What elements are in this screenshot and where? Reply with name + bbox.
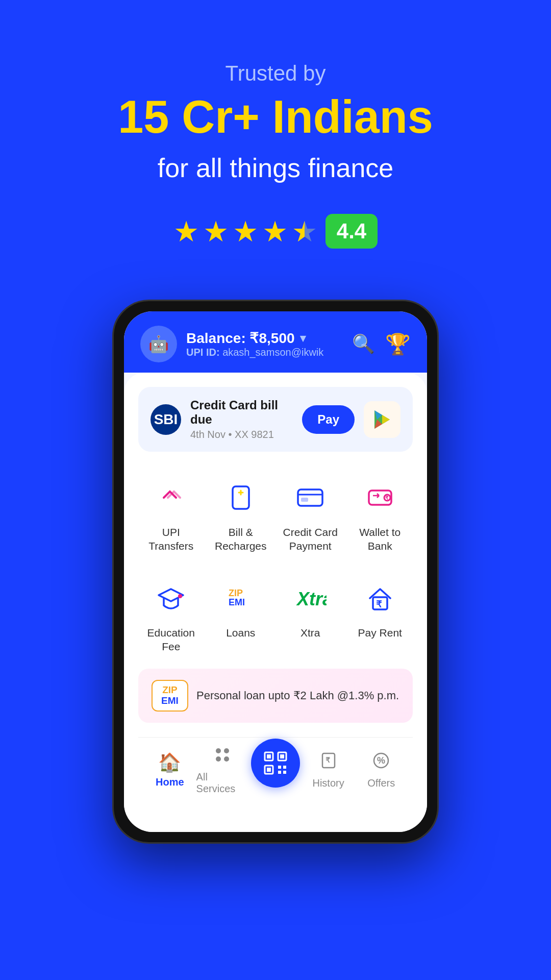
svg-rect-34: [278, 771, 281, 774]
balance-dropdown-arrow[interactable]: ▾: [300, 332, 306, 345]
svg-rect-27: [267, 754, 271, 758]
header-actions: 🔍 🏆: [352, 332, 411, 356]
service-xtra[interactable]: Xtra Xtra: [278, 568, 343, 664]
nav-history-label: History: [312, 777, 344, 789]
hero-headline: 15 Cr+ Indians: [31, 92, 520, 142]
bill-title: Credit Card bill due: [190, 398, 293, 427]
credit-card-icon: [290, 477, 331, 518]
bill-recharges-label: Bill & Recharges: [213, 525, 269, 553]
service-bill-recharges[interactable]: Bill & Recharges: [208, 467, 274, 564]
phone-header: 🤖 Balance: ₹8,500 ▾ UPI ID: akash_samson…: [124, 311, 427, 373]
phone-inner: 🤖 Balance: ₹8,500 ▾ UPI ID: akash_samson…: [124, 311, 427, 832]
svg-rect-35: [283, 771, 286, 774]
svg-text:%: %: [377, 755, 385, 766]
offers-icon: %: [372, 751, 390, 774]
hero-subtitle: for all things finance: [31, 153, 520, 183]
svg-rect-33: [283, 766, 286, 769]
zip-emi-badge: ZIP EMI: [152, 680, 188, 712]
svg-text:₹: ₹: [325, 756, 330, 764]
svg-text:Xtra: Xtra: [296, 589, 327, 609]
hero-section: Trusted by 15 Cr+ Indians for all things…: [0, 0, 551, 279]
bill-details: Credit Card bill due 4th Nov • XX 9821: [190, 398, 293, 440]
upi-id-value: akash_samson@ikwik: [222, 347, 323, 358]
trusted-by-text: Trusted by: [31, 61, 520, 86]
upi-id-row: UPI ID: akash_samson@ikwik: [186, 347, 323, 358]
svg-text:EMI: EMI: [229, 597, 245, 607]
svg-point-23: [224, 748, 229, 753]
xtra-icon: Xtra: [290, 578, 331, 619]
balance-row[interactable]: Balance: ₹8,500 ▾: [186, 330, 323, 347]
search-icon[interactable]: 🔍: [352, 333, 375, 355]
pay-rent-icon: ₹: [360, 578, 400, 619]
phone-mockup: 🤖 Balance: ₹8,500 ▾ UPI ID: akash_samson…: [112, 300, 439, 844]
trophy-icon[interactable]: 🏆: [385, 332, 411, 356]
star-3: ★: [233, 215, 258, 248]
svg-point-22: [216, 748, 221, 753]
bottom-navigation: 🏠 Home All Services: [138, 737, 413, 807]
bill-subtitle: 4th Nov • XX 9821: [190, 429, 293, 440]
nav-home[interactable]: 🏠 Home: [143, 752, 196, 788]
svg-rect-29: [280, 754, 284, 758]
svg-text:ZIP: ZIP: [229, 588, 243, 598]
bill-notice: SBI Credit Card bill due 4th Nov • XX 98…: [138, 387, 413, 452]
history-icon: ₹: [319, 751, 338, 774]
nav-offers[interactable]: % Offers: [355, 751, 408, 789]
loan-promo-banner[interactable]: ZIP EMI Personal loan upto ₹2 Lakh @1.3%…: [138, 669, 413, 723]
avatar[interactable]: 🤖: [140, 326, 177, 362]
loans-label: Loans: [226, 626, 255, 640]
upi-transfers-label: UPI Transfers: [143, 525, 199, 553]
avatar-section: 🤖 Balance: ₹8,500 ▾ UPI ID: akash_samson…: [140, 326, 323, 362]
star-5: ★★: [292, 215, 317, 248]
wallet-to-bank-icon: ₹: [360, 477, 400, 518]
qr-scan-button[interactable]: [251, 739, 300, 788]
balance-amount: Balance: ₹8,500: [186, 330, 295, 347]
star-4: ★: [262, 215, 288, 248]
star-1: ★: [173, 215, 199, 248]
svg-rect-31: [267, 768, 271, 772]
service-credit-card[interactable]: Credit Card Payment: [278, 467, 343, 564]
svg-point-16: [178, 594, 182, 598]
loan-promo-text: Personal loan upto ₹2 Lakh @1.3% p.m.: [196, 689, 399, 702]
rating-badge: 4.4: [325, 214, 378, 249]
svg-point-25: [224, 756, 229, 762]
upi-transfers-icon: [151, 477, 191, 518]
service-upi-transfers[interactable]: UPI Transfers: [138, 467, 204, 564]
service-education-fee[interactable]: Education Fee: [138, 568, 204, 664]
balance-info: Balance: ₹8,500 ▾ UPI ID: akash_samson@i…: [186, 330, 323, 358]
google-play-badge: [364, 401, 400, 438]
svg-rect-7: [298, 489, 322, 506]
nav-home-label: Home: [156, 776, 184, 788]
service-pay-rent[interactable]: ₹ Pay Rent: [347, 568, 413, 664]
svg-rect-9: [301, 498, 308, 502]
svg-text:₹: ₹: [385, 495, 389, 501]
stars-container: ★ ★ ★ ★ ★★: [173, 215, 317, 248]
xtra-label: Xtra: [300, 626, 320, 640]
rating-row: ★ ★ ★ ★ ★★ 4.4: [31, 214, 520, 249]
nav-all-services-label: All Services: [196, 771, 249, 795]
phone-wrapper: 🤖 Balance: ₹8,500 ▾ UPI ID: akash_samson…: [0, 279, 551, 844]
bill-recharges-icon: [220, 477, 261, 518]
bank-icon: SBI: [151, 404, 181, 435]
svg-marker-3: [382, 415, 390, 424]
nav-all-services[interactable]: All Services: [196, 746, 249, 795]
service-loans[interactable]: ZIP EMI Loans: [208, 568, 274, 664]
svg-rect-32: [278, 766, 281, 769]
svg-text:₹: ₹: [376, 599, 382, 609]
service-wallet-to-bank[interactable]: ₹ Wallet to Bank: [347, 467, 413, 564]
svg-point-24: [216, 756, 221, 762]
credit-card-label: Credit Card Payment: [283, 525, 338, 553]
phone-content: SBI Credit Card bill due 4th Nov • XX 98…: [124, 373, 427, 832]
all-services-icon: [213, 746, 232, 768]
star-2: ★: [203, 215, 229, 248]
emi-label: EMI: [161, 696, 179, 706]
pay-button[interactable]: Pay: [302, 405, 355, 434]
education-fee-icon: [151, 578, 191, 619]
nav-history[interactable]: ₹ History: [302, 751, 355, 789]
services-grid: UPI Transfers Bill & Recharges: [138, 467, 413, 664]
zip-label: ZIP: [162, 685, 178, 696]
nav-qr[interactable]: [249, 753, 302, 788]
loans-icon: ZIP EMI: [220, 578, 261, 619]
home-icon: 🏠: [158, 752, 181, 773]
nav-offers-label: Offers: [367, 777, 395, 789]
wallet-to-bank-label: Wallet to Bank: [353, 525, 408, 553]
